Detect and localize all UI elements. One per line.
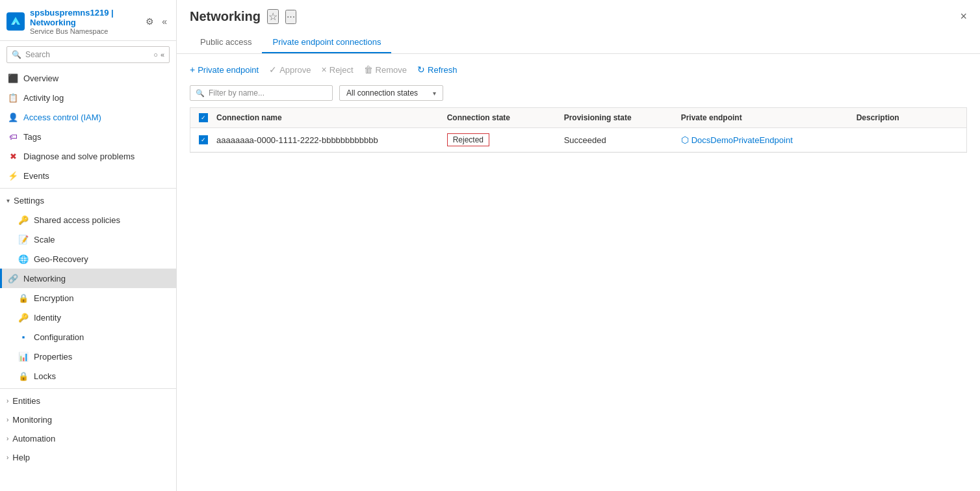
sidebar-item-label: Tags (23, 132, 41, 142)
sidebar-item-networking[interactable]: 🔗 Networking (0, 269, 176, 288)
select-all-checkbox[interactable]: ✓ (199, 113, 208, 122)
sidebar-item-label: Identity (34, 313, 61, 323)
sidebar-item-configuration[interactable]: ▪️ Configuration (0, 327, 176, 347)
filter-by-name-input[interactable] (209, 88, 327, 98)
settings-section-header[interactable]: ▾ Settings (0, 191, 176, 210)
sidebar-item-tags[interactable]: 🏷 Tags (0, 127, 176, 146)
sidebar-item-label: Geo-Recovery (34, 254, 88, 264)
resource-name: spsbuspremns1219 | Networking (30, 8, 138, 27)
close-btn[interactable]: × (960, 10, 967, 23)
config-icon: ▪️ (18, 332, 29, 342)
sidebar-item-geo-recovery[interactable]: 🌐 Geo-Recovery (0, 249, 176, 269)
approve-icon: ✓ (269, 64, 277, 75)
add-icon: + (190, 64, 195, 75)
collapse-sidebar-btn[interactable]: « (159, 15, 170, 28)
monitoring-section-label: Monitoring (12, 415, 52, 425)
refresh-btn[interactable]: ↻ Refresh (417, 64, 458, 75)
settings-icon-btn[interactable]: ⚙ (143, 15, 157, 28)
lock-icon: 🔒 (18, 293, 29, 303)
sidebar-item-label: Configuration (34, 332, 84, 342)
private-endpoint-cell: ⬡ DocsDemoPrivateEndpoint (681, 135, 857, 145)
automation-section-label: Automation (12, 434, 55, 444)
sidebar-item-label: Encryption (34, 293, 73, 303)
sidebar: spsbuspremns1219 | Networking Service Bu… (0, 0, 177, 491)
sidebar-item-properties[interactable]: 📊 Properties (0, 347, 176, 366)
help-section-header[interactable]: › Help (0, 448, 176, 467)
overview-icon: ⬛ (8, 73, 18, 83)
sidebar-item-locks[interactable]: 🔒 Locks (0, 366, 176, 386)
sidebar-item-access-control[interactable]: 👤 Access control (IAM) (0, 107, 176, 127)
toolbar: + Private endpoint ✓ Approve × Reject 🗑 … (190, 64, 967, 75)
key-icon: 🔑 (18, 215, 29, 225)
geo-icon: 🌐 (18, 254, 29, 264)
azure-icon (6, 12, 25, 31)
automation-section-header[interactable]: › Automation (0, 429, 176, 448)
tags-icon: 🏷 (8, 131, 18, 142)
col-header-provisioning: Provisioning state (564, 113, 681, 122)
search-icon: 🔍 (12, 50, 21, 59)
col-header-endpoint: Private endpoint (681, 113, 857, 122)
search-input[interactable] (6, 46, 170, 63)
sidebar-item-activity-log[interactable]: 📋 Activity log (0, 88, 176, 107)
connections-table: ✓ Connection name Connection state Provi… (190, 107, 967, 153)
sidebar-item-label: Access control (IAM) (23, 113, 101, 122)
row-checkbox[interactable]: ✓ (199, 135, 208, 144)
refresh-icon: ↻ (417, 64, 425, 75)
endpoint-icon: ⬡ (681, 135, 689, 145)
filter-row: 🔍 All connection states ▾ (190, 85, 967, 101)
main-content: Networking ☆ ··· × Public access Private… (177, 0, 980, 491)
resource-type: Service Bus Namespace (30, 27, 138, 35)
remove-btn[interactable]: 🗑 Remove (364, 64, 407, 75)
identity-icon: 🔑 (18, 312, 29, 323)
table-header: ✓ Connection name Connection state Provi… (190, 108, 966, 128)
tab-public-access[interactable]: Public access (190, 32, 262, 53)
sidebar-item-diagnose[interactable]: ✖ Diagnose and solve problems (0, 146, 176, 166)
tabs-container: Public access Private endpoint connectio… (190, 32, 967, 53)
sidebar-item-label: Overview (23, 73, 58, 83)
sidebar-item-label: Locks (34, 371, 56, 381)
remove-icon: 🗑 (364, 64, 373, 75)
settings-section-label: Settings (14, 196, 44, 206)
network-icon: 🔗 (8, 273, 18, 284)
connection-name-cell: aaaaaaaa-0000-1111-2222-bbbbbbbbbbbb (216, 135, 447, 145)
main-header: Networking ☆ ··· × Public access Private… (177, 0, 980, 54)
sidebar-item-overview[interactable]: ⬛ Overview (0, 68, 176, 88)
status-badge: Rejected (447, 133, 489, 146)
diagnose-icon: ✖ (8, 151, 18, 161)
dropdown-label: All connection states (346, 88, 428, 98)
monitoring-chevron: › (6, 416, 8, 423)
col-header-description: Description (857, 113, 966, 122)
connection-state-dropdown[interactable]: All connection states ▾ (339, 85, 443, 101)
sidebar-item-shared-access[interactable]: 🔑 Shared access policies (0, 210, 176, 230)
favorite-btn[interactable]: ☆ (267, 9, 279, 24)
tab-private-endpoint[interactable]: Private endpoint connections (262, 32, 391, 53)
entities-section-header[interactable]: › Entities (0, 391, 176, 410)
reject-btn[interactable]: × Reject (322, 64, 354, 75)
properties-icon: 📊 (18, 351, 29, 362)
sidebar-item-label: Networking (23, 274, 66, 284)
col-header-name: Connection name (216, 113, 447, 122)
sidebar-item-encryption[interactable]: 🔒 Encryption (0, 288, 176, 308)
sidebar-item-label: Events (23, 171, 49, 181)
filter-search-icon: 🔍 (196, 89, 205, 98)
sidebar-item-label: Activity log (23, 93, 64, 103)
search-collapse-btn[interactable]: « (161, 51, 164, 59)
help-section-label: Help (12, 453, 30, 462)
sidebar-item-label: Scale (34, 235, 55, 245)
entities-section-label: Entities (12, 396, 40, 406)
connection-state-cell: Rejected (447, 133, 564, 146)
search-clear-btn[interactable]: ○ (153, 51, 158, 59)
sidebar-item-identity[interactable]: 🔑 Identity (0, 308, 176, 327)
monitoring-section-header[interactable]: › Monitoring (0, 410, 176, 429)
sidebar-item-events[interactable]: ⚡ Events (0, 166, 176, 185)
endpoint-link[interactable]: ⬡ DocsDemoPrivateEndpoint (681, 135, 846, 145)
add-private-endpoint-btn[interactable]: + Private endpoint (190, 64, 259, 75)
filter-input-container: 🔍 (190, 85, 333, 101)
sidebar-item-scale[interactable]: 📝 Scale (0, 230, 176, 249)
sidebar-item-label: Diagnose and solve problems (23, 152, 135, 161)
more-options-btn[interactable]: ··· (285, 10, 296, 24)
sidebar-item-label: Properties (34, 352, 72, 362)
help-chevron: › (6, 454, 8, 461)
content-area: + Private endpoint ✓ Approve × Reject 🗑 … (177, 54, 980, 491)
approve-btn[interactable]: ✓ Approve (269, 64, 311, 75)
